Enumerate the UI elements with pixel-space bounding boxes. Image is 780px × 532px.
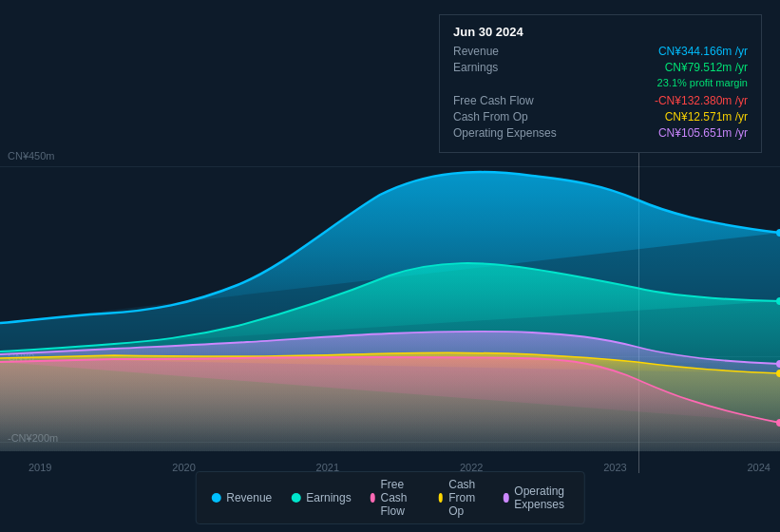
legend-label-revenue: Revenue: [226, 491, 272, 504]
legend-item-fcf[interactable]: Free Cash Flow: [371, 478, 420, 518]
revenue-label: Revenue: [453, 45, 567, 58]
profit-margin-row: 23.1% profit margin: [453, 77, 748, 91]
info-panel: Jun 30 2024 Revenue CN¥344.166m /yr Earn…: [439, 14, 762, 153]
legend-label-cash-from-op: Cash From Op: [448, 478, 485, 518]
cash-from-op-value: CN¥12.571m /yr: [665, 110, 748, 124]
legend-dot-cash-from-op: [438, 493, 443, 503]
legend-item-cash-from-op[interactable]: Cash From Op: [438, 478, 485, 518]
free-cash-flow-value: -CN¥132.380m /yr: [655, 94, 748, 107]
earnings-row: Earnings CN¥79.512m /yr: [453, 61, 748, 74]
operating-expenses-value: CN¥105.651m /yr: [658, 126, 748, 140]
legend-dot-opex: [504, 493, 508, 503]
legend-label-earnings: Earnings: [306, 491, 351, 504]
chart-svg: [0, 147, 780, 451]
legend-item-earnings[interactable]: Earnings: [291, 491, 351, 504]
x-label-2023: 2023: [603, 462, 626, 473]
x-label-2020: 2020: [172, 462, 195, 473]
free-cash-flow-label: Free Cash Flow: [453, 94, 567, 107]
revenue-row: Revenue CN¥344.166m /yr: [453, 45, 748, 58]
free-cash-flow-row: Free Cash Flow -CN¥132.380m /yr: [453, 94, 748, 107]
x-label-2019: 2019: [29, 462, 51, 473]
cash-from-op-row: Cash From Op CN¥12.571m /yr: [453, 110, 748, 124]
legend-dot-earnings: [291, 493, 300, 503]
earnings-value: CN¥79.512m /yr: [665, 61, 748, 74]
legend-label-opex: Operating Expenses: [514, 484, 568, 511]
operating-expenses-row: Operating Expenses CN¥105.651m /yr: [453, 126, 748, 140]
legend-label-fcf: Free Cash Flow: [381, 478, 420, 518]
operating-expenses-label: Operating Expenses: [453, 126, 567, 140]
x-label-2024: 2024: [747, 462, 770, 473]
legend-dot-fcf: [371, 493, 375, 503]
revenue-value: CN¥344.166m /yr: [658, 45, 748, 58]
legend-item-opex[interactable]: Operating Expenses: [504, 484, 569, 511]
earnings-label: Earnings: [453, 61, 567, 74]
cash-from-op-label: Cash From Op: [453, 110, 567, 124]
profit-margin-value: 23.1% profit margin: [657, 77, 748, 88]
legend-dot-revenue: [211, 493, 220, 503]
legend: Revenue Earnings Free Cash Flow Cash Fro…: [195, 471, 585, 524]
legend-item-revenue[interactable]: Revenue: [211, 491, 272, 504]
date-header: Jun 30 2024: [453, 25, 748, 39]
